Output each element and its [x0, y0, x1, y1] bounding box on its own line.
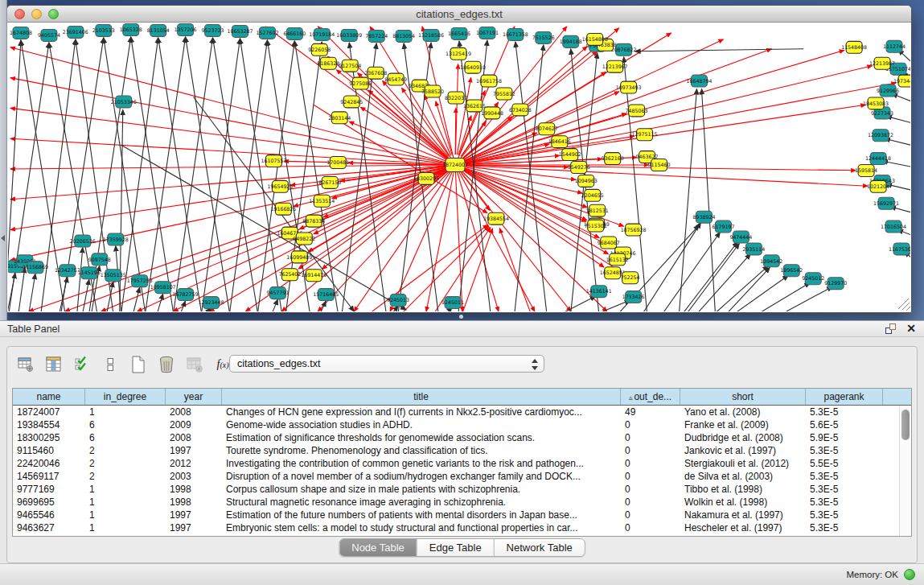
row-options-button[interactable]: [100, 354, 121, 375]
graph-node-yellow[interactable]: 9498222: [293, 233, 315, 245]
graph-node-yellow[interactable]: 7955812: [493, 88, 515, 100]
graph-node-teal[interactable]: 11675309: [889, 243, 910, 255]
graph-node-teal[interactable]: 17016504: [881, 220, 906, 233]
graph-node-yellow[interactable]: 16107553: [261, 155, 286, 167]
graph-node-teal[interactable]: 16671358: [503, 28, 528, 40]
graph-node-yellow[interactable]: 9115460: [648, 159, 671, 171]
graph-node-teal[interactable]: 15716485: [313, 289, 339, 301]
graph-node-yellow[interactable]: 752254: [621, 272, 640, 284]
table-row[interactable]: 1938455462009Genome-wide association stu…: [13, 418, 911, 431]
graph-node-yellow[interactable]: 7515301: [585, 220, 607, 232]
graph-node-teal[interactable]: 8813054: [392, 30, 415, 42]
graph-node-yellow[interactable]: 19384554: [483, 212, 509, 225]
scrollbar-thumb[interactable]: [901, 410, 910, 440]
graph-node-teal[interactable]: 6466160: [283, 27, 306, 39]
network-canvas[interactable]: 1674808940557423691406210353310653288131…: [8, 23, 910, 311]
graph-node-yellow[interactable]: 9684067: [598, 237, 620, 249]
graph-node-teal[interactable]: 1733426: [622, 291, 645, 303]
graph-node-yellow[interactable]: 1700481: [326, 157, 349, 169]
graph-node-teal[interactable]: 16648794: [686, 75, 712, 87]
table-row[interactable]: 2242004622012Investigating the contribut…: [13, 457, 911, 470]
column-header-out_de[interactable]: ▵out_de...: [621, 389, 680, 405]
graph-node-teal[interactable]: 9245013: [387, 295, 409, 307]
graph-node-teal[interactable]: 9245012: [802, 273, 824, 285]
graph-node-teal[interactable]: 10719184: [309, 28, 335, 40]
graph-node-yellow[interactable]: 8454749: [384, 73, 407, 85]
graph-node-yellow[interactable]: 11548408: [841, 41, 867, 53]
graph-node-yellow[interactable]: 9127504: [339, 60, 361, 72]
new-column-button[interactable]: [128, 354, 149, 375]
graph-node-teal[interactable]: 1527602: [256, 27, 278, 39]
column-header-year[interactable]: year: [166, 389, 222, 405]
graph-node-teal[interactable]: 1674808: [10, 27, 32, 39]
graph-node-teal[interactable]: 7515526: [532, 31, 555, 43]
graph-node-yellow[interactable]: 1812531: [586, 204, 609, 216]
tab-network-table[interactable]: Network Table: [494, 539, 585, 556]
graph-node-teal[interactable]: 8938924: [692, 211, 715, 223]
graph-node-teal[interactable]: 1665416: [448, 27, 470, 39]
table-selector-dropdown[interactable]: citations_edges.txt: [229, 355, 544, 373]
graph-node-teal[interactable]: 8131054: [147, 24, 170, 36]
graph-node-yellow[interactable]: 18640910: [460, 61, 486, 73]
graph-node-yellow[interactable]: 10973493: [616, 81, 642, 93]
graph-node-teal[interactable]: 21053346: [111, 96, 137, 108]
table-row[interactable]: 1872400712008Changes of HCN gene express…: [13, 406, 911, 418]
graph-node-teal[interactable]: 1357206: [175, 23, 197, 35]
graph-node-yellow[interactable]: 1021204: [867, 180, 889, 192]
graph-node-teal[interactable]: 9129970: [824, 278, 847, 290]
graph-node-teal[interactable]: 12444418: [865, 153, 891, 165]
graph-node-teal[interactable]: 9405574: [38, 29, 60, 41]
delete-table-button[interactable]: [184, 354, 205, 375]
graph-node-teal[interactable]: 1065328: [120, 23, 142, 35]
tab-edge-table[interactable]: Edge Table: [417, 539, 494, 556]
graph-node-teal[interactable]: 6179197: [712, 220, 734, 233]
graph-node-yellow[interactable]: 1094963: [575, 175, 598, 187]
graph-node-teal[interactable]: 2935114: [742, 243, 765, 255]
graph-node-yellow[interactable]: 8267150: [318, 176, 341, 188]
graph-node-teal[interactable]: 14136141: [586, 286, 612, 298]
graph-node-teal[interactable]: 16033809: [336, 29, 362, 41]
table-row[interactable]: 1830029562008Estimation of significance …: [13, 431, 911, 444]
graph-node-yellow[interactable]: 8878334: [302, 215, 325, 227]
close-panel-icon[interactable]: ✕: [906, 323, 916, 334]
table-panel-titlebar[interactable]: Table Panel ✕: [0, 320, 924, 337]
graph-node-teal[interactable]: 2103533: [92, 24, 115, 36]
tab-node-table[interactable]: Node Table: [339, 539, 417, 556]
graph-node-yellow[interactable]: 7588520: [421, 85, 444, 97]
table-row[interactable]: 1456911722003Disruption of a novel membe…: [13, 470, 911, 483]
pane-splitter-handle[interactable]: [459, 315, 463, 319]
column-header-title[interactable]: title: [222, 389, 621, 405]
table-row[interactable]: 946554611997Estimation of the future num…: [13, 509, 911, 521]
graph-node-yellow[interactable]: 6734028: [509, 104, 532, 116]
memory-status-indicator[interactable]: [904, 569, 915, 580]
column-settings-button[interactable]: [43, 354, 64, 375]
graph-node-yellow[interactable]: 8186328: [317, 57, 339, 69]
table-row[interactable]: 946362711997Embryonic stem cells: a mode…: [13, 521, 911, 534]
graph-node-yellow[interactable]: 1074627: [536, 123, 558, 135]
graph-node-yellow[interactable]: 7485063: [626, 105, 648, 117]
column-header-short[interactable]: short: [680, 389, 806, 405]
graph-node-yellow[interactable]: 2803144: [328, 112, 351, 124]
graph-node-yellow[interactable]: 9242845: [340, 96, 363, 108]
graph-node-teal[interactable]: 9129966: [877, 84, 899, 97]
table-row[interactable]: 977716911998Corpus callosum shape and si…: [13, 483, 911, 496]
column-header-pagerank[interactable]: pagerank: [806, 389, 883, 405]
graph-node-teal[interactable]: 9245011: [441, 297, 464, 309]
graph-node-teal[interactable]: 9523723: [202, 24, 224, 36]
graph-node-yellow[interactable]: 2204655: [581, 189, 604, 201]
graph-node-yellow[interactable]: 9549276: [568, 162, 590, 174]
table-row[interactable]: 969969511998Structural magnetic resonanc…: [13, 496, 911, 509]
graph-node-teal[interactable]: 9457791: [266, 287, 289, 299]
column-header-in_degree[interactable]: in_degree: [85, 389, 166, 405]
graph-node-teal[interactable]: 1145196: [78, 267, 101, 279]
graph-node-teal[interactable]: 23691406: [63, 26, 88, 38]
graph-node-yellow[interactable]: 19734493: [893, 75, 910, 87]
column-header-name[interactable]: name: [13, 389, 85, 405]
graph-node-teal[interactable]: 1067191: [476, 27, 499, 39]
graph-node-yellow[interactable]: 2367608: [364, 67, 387, 79]
select-columns-button[interactable]: [72, 354, 92, 375]
graph-node-yellow[interactable]: 1990448: [481, 107, 503, 119]
float-panel-icon[interactable]: [885, 323, 896, 334]
graph-node-yellow[interactable]: 7625402: [278, 269, 301, 281]
graph-node-teal[interactable]: 10653287: [228, 25, 253, 37]
